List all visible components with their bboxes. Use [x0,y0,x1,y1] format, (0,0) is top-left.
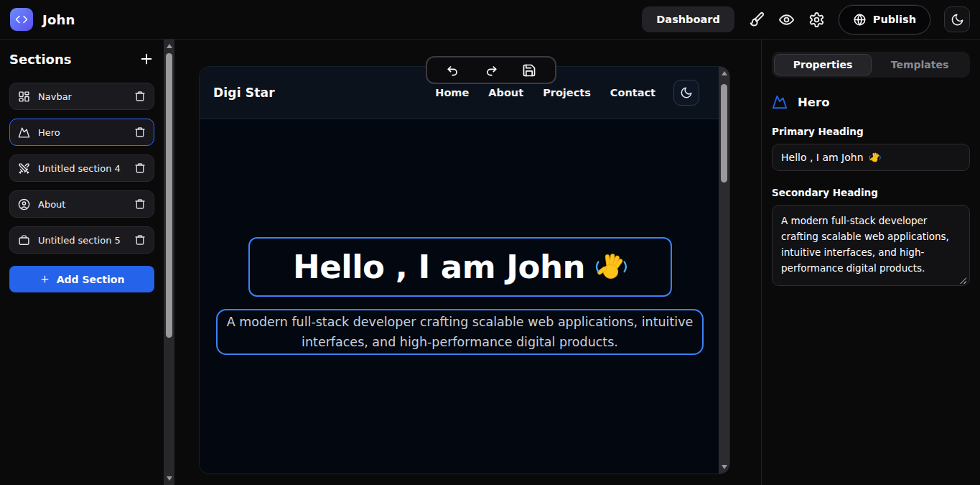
sidebar-item-hero[interactable]: Hero [9,119,154,146]
layout-grid-icon [18,91,30,103]
scroll-down-arrow-icon[interactable] [722,465,727,469]
preview-canvas: Digi Star Home About Projects Contact He… [199,66,730,474]
primary-heading-input-value: Hello , I am John [781,152,864,163]
tab-templates[interactable]: Templates [872,54,968,75]
sidebar-item-untitled-section-5[interactable]: Untitled section 5 [9,226,154,254]
mountain-icon [18,126,30,139]
plus-icon[interactable] [139,51,154,67]
secondary-heading-label: Secondary Heading [772,187,970,198]
secondary-heading-textarea[interactable]: A modern full-stack developer crafting s… [772,205,970,286]
trash-icon[interactable] [134,126,146,138]
sidebar-scrollbar[interactable] [164,40,174,485]
canvas-scrollbar[interactable] [719,67,729,474]
sidebar-item-label: Navbar [38,91,126,102]
topbar-actions: Dashboard Publish [642,5,970,34]
scroll-down-arrow-icon[interactable] [167,476,172,481]
app-name: John [42,12,75,27]
preview-nav-link-home[interactable]: Home [435,87,469,98]
sections-title: Sections [9,52,72,67]
moon-icon[interactable] [673,80,699,106]
primary-heading-label: Primary Heading [772,126,970,137]
preview-nav-link-contact[interactable]: Contact [610,87,655,98]
plus-icon [39,274,50,285]
trash-icon[interactable] [134,91,146,102]
trash-icon[interactable] [134,162,146,174]
hero-secondary-heading-text: A modern full-stack developer crafting s… [224,312,696,352]
preview-nav-link-projects[interactable]: Projects [543,87,591,98]
eye-icon[interactable] [778,11,795,28]
sidebar-item-untitled-section-4[interactable]: Untitled section 4 [9,154,154,182]
app-brand: John [10,8,75,31]
add-section-button[interactable]: Add Section [9,266,154,292]
sidebar-item-label: Untitled section 5 [38,235,126,246]
canvas-scrollbar-thumb[interactable] [721,84,727,183]
briefcase-icon [18,234,30,246]
mountain-icon [772,94,788,110]
paintbrush-icon[interactable] [748,11,765,28]
scroll-up-arrow-icon[interactable] [167,44,172,48]
primary-heading-input[interactable]: Hello , I am John [772,144,970,171]
panel-section-name: Hero [798,96,829,109]
trash-icon[interactable] [134,198,146,210]
properties-panel: Properties Templates Hero Primary Headin… [761,40,980,485]
settings-icon[interactable] [808,11,825,28]
panel-section-header: Hero [772,94,970,110]
publish-label: Publish [873,14,916,25]
panel-tabs: Properties Templates [772,52,970,78]
trash-icon[interactable] [134,234,146,246]
preview-site-name[interactable]: Digi Star [213,86,275,100]
redo-icon[interactable] [484,63,498,78]
sidebar-item-navbar[interactable]: Navbar [9,83,154,110]
sections-sidebar: Sections Navbar Hero Untitled section 4 … [0,40,164,485]
tab-properties[interactable]: Properties [774,54,872,75]
sidebar-item-label: Hero [38,127,126,138]
topbar: John Dashboard Publish [0,0,980,40]
save-icon[interactable] [522,63,536,78]
editor-toolbar [426,56,556,84]
waving-hand-icon [869,152,881,164]
dashboard-button[interactable]: Dashboard [642,6,734,32]
hero-primary-heading[interactable]: Hello , I am John [248,237,672,297]
globe-icon [853,13,867,27]
scroll-up-arrow-icon[interactable] [722,71,727,75]
swords-icon [18,162,30,175]
preview-nav-links: Home About Projects Contact [435,87,655,98]
sidebar-item-label: About [38,199,126,210]
sidebar-item-about[interactable]: About [9,190,154,218]
hero-secondary-heading[interactable]: A modern full-stack developer crafting s… [216,309,704,355]
publish-button[interactable]: Publish [839,5,930,34]
moon-icon[interactable] [944,6,970,32]
undo-icon[interactable] [446,63,460,78]
code-icon [10,8,33,31]
user-circle-icon [18,198,30,211]
sidebar-scrollbar-thumb[interactable] [166,53,172,338]
hero-primary-heading-text: Hello , I am John [293,248,585,286]
preview-nav-link-about[interactable]: About [488,87,523,98]
add-section-label: Add Section [57,274,125,285]
sidebar-item-label: Untitled section 4 [38,163,126,174]
waving-hand-icon [594,251,627,284]
